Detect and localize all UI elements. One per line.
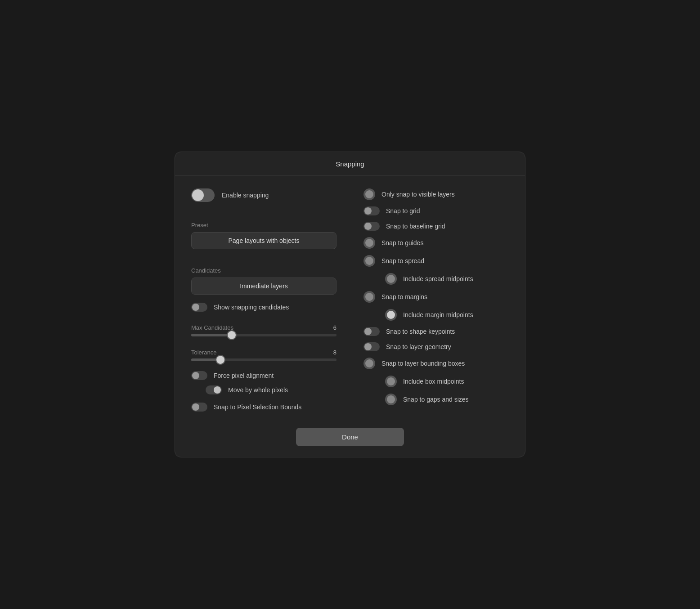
tolerance-label: Tolerance [191,349,216,356]
tolerance-track[interactable] [191,358,337,361]
candidates-section-label: Candidates [191,267,337,274]
snap-row-snap-shape-keypoints: Snap to shape keypoints [363,327,509,336]
toggle-snap-spread[interactable] [363,255,375,267]
snap-label-snap-layer-bounding: Snap to layer bounding boxes [381,360,465,367]
snap-label-snap-shape-keypoints: Snap to shape keypoints [386,328,455,335]
snap-label-snap-baseline: Snap to baseline grid [386,223,445,230]
snap-row-snap-baseline: Snap to baseline grid [363,222,509,231]
toggle-snap-layer-geometry[interactable] [363,342,380,351]
snap-row-include-spread-midpoints: Include spread midpoints [385,273,509,285]
snap-label-snap-gaps: Snap to gaps and sizes [403,396,469,403]
toggle-snap-guides[interactable] [363,237,375,249]
max-candidates-label: Max Candidates [191,324,233,331]
force-pixel-toggle[interactable] [191,371,207,380]
snap-row-snap-margins: Snap to margins [363,291,509,303]
snap-pixel-bounds-toggle[interactable] [191,403,207,412]
enable-snapping-toggle[interactable] [191,188,215,202]
toggle-snap-grid[interactable] [363,206,380,215]
snap-row-snap-gaps: Snap to gaps and sizes [385,394,509,405]
snap-row-include-box-midpoints: Include box midpoints [385,376,509,387]
left-column: Enable snapping Preset Page layouts with… [191,188,337,412]
enable-snapping-row: Enable snapping [191,188,337,202]
tolerance-value: 8 [333,349,337,356]
max-candidates-row: Max Candidates 6 [191,324,337,331]
snap-row-visible-layers: Only snap to visible layers [363,188,509,200]
dialog-title-bar: Snapping [175,152,525,176]
preset-section-label: Preset [191,222,337,228]
snap-row-snap-layer-geometry: Snap to layer geometry [363,342,509,351]
snap-label-include-spread-midpoints: Include spread midpoints [403,275,473,282]
right-column: Only snap to visible layersSnap to gridS… [363,188,509,412]
max-candidates-section: Max Candidates 6 [191,324,337,336]
show-candidates-label: Show snapping candidates [214,304,289,311]
snap-label-visible-layers: Only snap to visible layers [381,191,455,198]
move-whole-pixels-label: Move by whole pixels [228,386,288,394]
move-whole-pixels-row: Move by whole pixels [206,385,337,394]
snapping-dialog: Snapping Enable snapping Preset Page lay… [175,152,525,457]
snap-row-snap-layer-bounding: Snap to layer bounding boxes [363,358,509,369]
dialog-body: Enable snapping Preset Page layouts with… [175,176,525,422]
force-pixel-label: Force pixel alignment [214,372,274,379]
snap-pixel-bounds-label: Snap to Pixel Selection Bounds [214,403,301,411]
toggle-snap-margins[interactable] [363,291,375,303]
snap-pixel-bounds-row: Snap to Pixel Selection Bounds [191,403,337,412]
max-candidates-track[interactable] [191,334,337,336]
done-section: Done [175,422,525,457]
dialog-title: Snapping [336,160,364,168]
max-candidates-value: 6 [333,324,337,331]
move-whole-pixels-toggle[interactable] [206,385,222,394]
tolerance-section: Tolerance 8 [191,349,337,361]
toggle-snap-gaps[interactable] [385,394,397,405]
snap-label-snap-grid: Snap to grid [386,207,420,215]
snap-row-snap-spread: Snap to spread [363,255,509,267]
tolerance-row: Tolerance 8 [191,349,337,356]
toggle-snap-layer-bounding[interactable] [363,358,375,369]
snap-label-snap-margins: Snap to margins [381,293,427,300]
snap-label-snap-guides: Snap to guides [381,239,423,246]
snap-label-include-box-midpoints: Include box midpoints [403,378,464,385]
snap-row-snap-grid: Snap to grid [363,206,509,215]
done-button[interactable]: Done [296,428,404,446]
snap-label-snap-layer-geometry: Snap to layer geometry [386,343,451,350]
enable-snapping-label: Enable snapping [222,192,269,199]
snap-row-include-margin-midpoints: Include margin midpoints [385,309,509,321]
candidates-dropdown[interactable]: Immediate layers [191,278,337,295]
toggle-include-margin-midpoints[interactable] [385,309,397,321]
preset-dropdown[interactable]: Page layouts with objects [191,232,337,249]
toggle-snap-baseline[interactable] [363,222,380,231]
show-candidates-row: Show snapping candidates [191,303,337,312]
snap-label-include-margin-midpoints: Include margin midpoints [403,311,473,318]
snap-label-snap-spread: Snap to spread [381,257,424,264]
snap-row-snap-guides: Snap to guides [363,237,509,249]
toggle-include-spread-midpoints[interactable] [385,273,397,285]
force-pixel-row: Force pixel alignment [191,371,337,380]
toggle-visible-layers[interactable] [363,188,375,200]
toggle-snap-shape-keypoints[interactable] [363,327,380,336]
show-candidates-toggle[interactable] [191,303,207,312]
toggle-include-box-midpoints[interactable] [385,376,397,387]
